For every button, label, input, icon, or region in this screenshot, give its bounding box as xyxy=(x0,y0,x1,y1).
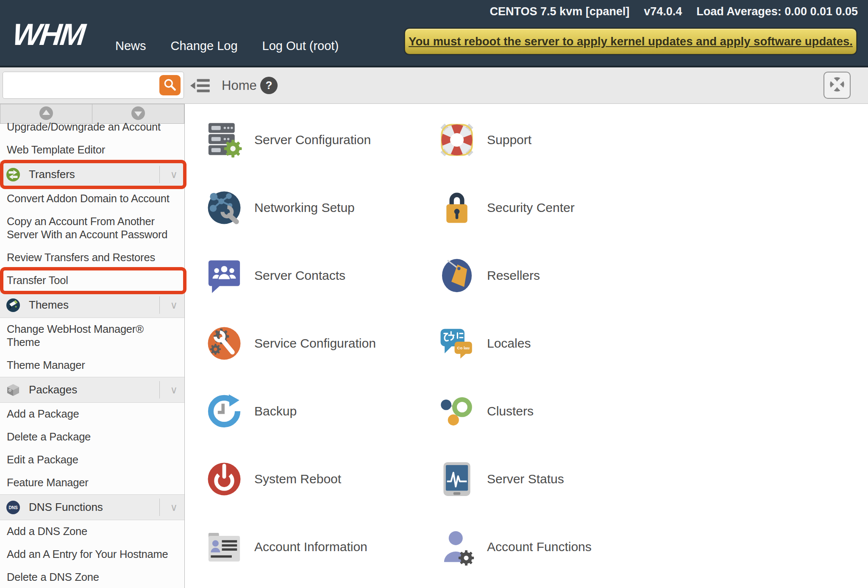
sidebar-group-packages[interactable]: Packages∨ xyxy=(0,377,184,403)
group-divider xyxy=(159,381,160,399)
sidebar-group-dns-functions[interactable]: DNSDNS Functions∨ xyxy=(0,494,184,520)
tile-label: Support xyxy=(487,133,531,147)
system-reboot-icon xyxy=(206,460,243,498)
server-contacts-icon xyxy=(206,257,243,294)
help-icon[interactable]: ? xyxy=(260,77,278,94)
top-bar: WHM News Change Log Log Out (root) CENTO… xyxy=(0,0,868,67)
collapse-sidebar-icon xyxy=(190,88,212,95)
breadcrumb[interactable]: Home xyxy=(222,78,257,93)
sidebar-item-web-template-editor[interactable]: Web Template Editor xyxy=(0,139,184,162)
sidebar-item-review-transfers-and-restores[interactable]: Review Transfers and Restores xyxy=(0,246,184,269)
sidebar-item-feature-manager[interactable]: Feature Manager xyxy=(0,471,184,494)
sidebar-item-change-webhost-manager-theme[interactable]: Change WebHost Manager® Theme xyxy=(0,318,184,354)
tile-label: Security Center xyxy=(487,201,575,215)
sidebar-item-transfer-tool[interactable]: Transfer Tool xyxy=(0,269,184,292)
tile-label: Account Functions xyxy=(487,540,592,554)
group-divider xyxy=(159,296,160,314)
annotation-highlight xyxy=(0,160,186,189)
search-button[interactable] xyxy=(159,75,181,95)
reboot-alert-text: You must reboot the server to apply kern… xyxy=(409,35,853,48)
group-divider xyxy=(159,166,160,183)
packages-icon xyxy=(6,383,20,397)
tile-label: Server Configuration xyxy=(254,133,371,147)
tile-label: System Reboot xyxy=(254,472,341,486)
search-box xyxy=(3,72,184,99)
sidebar: Upgrade/Downgrade an AccountWeb Template… xyxy=(0,124,185,588)
sidebar-item-delete-a-package[interactable]: Delete a Package xyxy=(0,426,184,449)
chevron-down-icon[interactable]: ∨ xyxy=(170,502,178,513)
sidebar-item-copy-an-account-from-another-server-with-an-account-password[interactable]: Copy an Account From Another Server With… xyxy=(0,210,184,246)
sidebar-item-delete-a-dns-zone[interactable]: Delete a DNS Zone xyxy=(0,566,184,588)
chevron-down-icon[interactable]: ∨ xyxy=(170,384,178,396)
feature-tile-grid: Server Configuration Support Networking … xyxy=(206,106,743,581)
tile-label: Server Status xyxy=(487,472,564,486)
tile-system-reboot[interactable]: System Reboot xyxy=(206,445,438,513)
collapse-sidebar-button[interactable] xyxy=(190,78,212,94)
search-icon xyxy=(163,78,177,93)
tile-networking-setup[interactable]: Networking Setup xyxy=(206,174,438,242)
search-input[interactable] xyxy=(8,72,159,98)
nav-log-out[interactable]: Log Out (root) xyxy=(262,39,339,53)
sidebar-item-theme-manager[interactable]: Theme Manager xyxy=(0,354,184,377)
sidebar-item-add-a-dns-zone[interactable]: Add a DNS Zone xyxy=(0,520,184,543)
clusters-icon xyxy=(438,393,476,430)
sidebar-group-themes[interactable]: Themes∨ xyxy=(0,292,184,318)
themes-icon xyxy=(6,298,20,312)
chevron-down-icon[interactable]: ∨ xyxy=(170,169,178,181)
distro-label: CENTOS 7.5 kvm [cpanel] xyxy=(490,5,630,18)
support-button[interactable] xyxy=(823,72,851,99)
tile-label: Resellers xyxy=(487,268,540,283)
chevron-down-icon[interactable]: ∨ xyxy=(170,299,178,311)
tile-server-contacts[interactable]: Server Contacts xyxy=(206,242,438,309)
tile-label: Clusters xyxy=(487,404,534,418)
load-averages-label: Load Averages: 0.00 0.01 0.05 xyxy=(696,5,858,18)
sidebar-group-label: Transfers xyxy=(29,168,75,181)
sidebar-item-add-a-package[interactable]: Add a Package xyxy=(0,403,184,426)
tile-support[interactable]: Support xyxy=(438,106,743,174)
resellers-icon xyxy=(438,257,476,294)
backup-icon xyxy=(206,393,243,430)
sidebar-group-transfers[interactable]: Transfers∨ xyxy=(0,162,184,187)
sidebar-item-upgrade-downgrade-an-account[interactable]: Upgrade/Downgrade an Account xyxy=(0,116,184,139)
tile-label: Account Information xyxy=(254,540,367,554)
nav-change-log[interactable]: Change Log xyxy=(171,39,238,53)
sidebar-menu: Upgrade/Downgrade an AccountWeb Template… xyxy=(0,116,184,588)
tile-resellers[interactable]: Resellers xyxy=(438,242,743,309)
reboot-alert-banner[interactable]: You must reboot the server to apply kern… xyxy=(405,28,857,54)
nav-news[interactable]: News xyxy=(115,39,146,53)
dns-icon: DNS xyxy=(6,500,20,515)
sidebar-group-label: Packages xyxy=(29,383,77,396)
tile-label: Networking Setup xyxy=(254,201,355,215)
tile-label: Backup xyxy=(254,404,297,418)
sidebar-item-add-an-a-entry-for-your-hostname[interactable]: Add an A Entry for Your Hostname xyxy=(0,543,184,566)
locales-icon: Co lau xyxy=(438,325,476,362)
tile-clusters[interactable]: Clusters xyxy=(438,377,743,445)
tile-backup[interactable]: Backup xyxy=(206,377,438,445)
tile-label: Locales xyxy=(487,336,531,351)
tile-label: Service Configuration xyxy=(254,336,376,351)
svg-text:DNS: DNS xyxy=(8,505,17,510)
tile-security-center[interactable]: Security Center xyxy=(438,174,743,242)
account-information-icon xyxy=(206,528,243,566)
tile-server-configuration[interactable]: Server Configuration xyxy=(206,106,438,174)
whm-logo[interactable]: WHM xyxy=(11,17,86,52)
sidebar-item-convert-addon-domain-to-account[interactable]: Convert Addon Domain to Account xyxy=(0,187,184,210)
account-functions-icon xyxy=(438,528,476,566)
sidebar-group-label: DNS Functions xyxy=(29,501,103,514)
tile-locales[interactable]: Co lauLocales xyxy=(438,309,743,377)
annotation-highlight xyxy=(0,267,186,294)
toolbar: Home ? xyxy=(0,67,868,104)
server-status-icon xyxy=(438,460,476,498)
tile-label: Server Contacts xyxy=(254,268,345,283)
tile-account-functions[interactable]: Account Functions xyxy=(438,513,743,581)
sidebar-item-edit-a-package[interactable]: Edit a Package xyxy=(0,449,184,471)
tile-server-status[interactable]: Server Status xyxy=(438,445,743,513)
tile-account-information[interactable]: Account Information xyxy=(206,513,438,581)
server-configuration-icon xyxy=(206,121,243,159)
tile-service-configuration[interactable]: Service Configuration xyxy=(206,309,438,377)
support-icon xyxy=(438,121,476,159)
transfers-icon xyxy=(6,167,20,182)
sidebar-group-label: Themes xyxy=(29,298,69,312)
version-label: v74.0.4 xyxy=(644,5,682,18)
security-center-icon xyxy=(438,189,476,226)
